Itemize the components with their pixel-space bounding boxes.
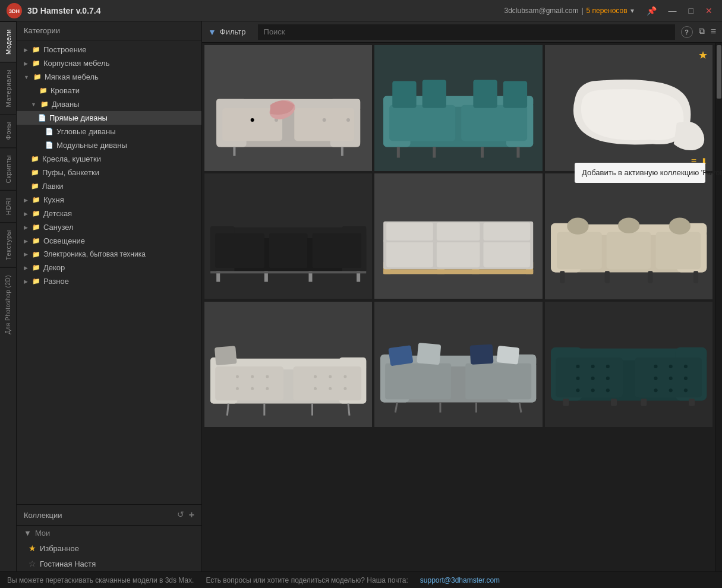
user-email: 3dclubsam@gmail.com [504,7,578,15]
cat-item-corner-sofas[interactable]: 📄 Угловые диваны [17,125,201,138]
folder-icon-electronics: 📁 [32,251,40,258]
arrow-lighting: ▶ [24,238,28,244]
model-card-1[interactable] [204,45,372,171]
tab-materials[interactable]: Материалы [0,62,16,114]
model-card-2[interactable] [374,45,542,171]
menu-icon[interactable]: ≡ [711,26,716,38]
refresh-collections-button[interactable]: ↺ [177,510,184,520]
folder-icon-corner: 📄 [45,128,53,135]
tab-scripts[interactable]: Скрипты [0,147,16,190]
model-card-9[interactable] [545,302,712,428]
svg-rect-23 [393,81,417,108]
svg-rect-71 [693,271,698,283]
svg-rect-57 [437,222,480,240]
svg-rect-52 [387,241,434,267]
model-card-5[interactable] [374,173,542,299]
cat-item-lighting[interactable]: ▶ 📁 Освещение [17,234,201,248]
cat-item-modular-sofas[interactable]: 📄 Модульные диваны [17,138,201,152]
filter-dropdown-icon[interactable]: ▼ [208,27,216,37]
folder-icon-lighting: 📁 [32,237,40,245]
cat-item-soft[interactable]: ▼ 📁 Мягкая мебель [17,70,201,84]
cat-label-benches: Лавки [42,182,64,191]
model-card-6[interactable] [545,173,712,299]
content-area: ▼ Фильтр ? ⧉ ≡ [202,21,722,571]
cat-item-construction[interactable]: ▶ 📁 Построение [17,43,201,56]
svg-rect-21 [390,105,456,141]
search-input[interactable] [258,24,675,40]
status-email-link[interactable]: support@3dhamster.com [420,576,500,584]
collection-favorites[interactable]: ★ Избранное [17,540,201,556]
cat-item-bathroom[interactable]: ▶ 📁 Санузел [17,220,201,234]
copy-icon[interactable]: ⧉ [699,26,705,38]
cat-item-sofas[interactable]: ▼ 📁 Диваны [17,97,201,111]
svg-rect-26 [503,81,527,108]
tab-backgrounds[interactable]: Фоны [0,114,16,147]
help-icon[interactable]: ? [681,26,693,38]
cat-label-bathroom: Санузел [43,223,74,232]
cat-item-beds[interactable]: ▶ 📁 Кровати [17,84,201,97]
svg-rect-104 [466,363,532,399]
arrow-cabinet: ▶ [24,61,28,67]
cat-item-electronics[interactable]: ▶ 📁 Электроника, бытовая техника [17,248,201,261]
window-controls: 📌 — □ ✕ [643,5,716,17]
cat-item-cabinet[interactable]: ▶ 📁 Корпусная мебель [17,56,201,70]
cat-item-kids[interactable]: ▶ 📁 Детская [17,207,201,220]
svg-point-122 [606,364,610,368]
cat-item-straight-sofas[interactable]: 📄 Прямые диваны [17,111,201,125]
cat-item-poufs[interactable]: 📁 Пуфы, банкетки [17,166,201,179]
svg-rect-22 [462,105,528,141]
tab-models[interactable]: Модели [0,21,16,62]
tab-textures[interactable]: Текстуры [0,222,16,267]
tab-models-label: Модели [5,29,12,55]
cat-label-electronics: Электроника, бытовая техника [43,250,146,258]
list-icon[interactable]: ≡ [691,156,696,167]
svg-point-126 [576,388,579,392]
star-badge-3[interactable]: ★ [698,49,708,62]
cat-item-decor[interactable]: ▶ 📁 Декор [17,261,201,274]
collection-living-room[interactable]: ☆ Гостиная Настя [17,556,201,571]
maximize-button[interactable]: □ [685,5,697,17]
model-card-4[interactable] [204,173,372,299]
tab-hdri[interactable]: HDRI [0,190,16,222]
model-card-7[interactable] [204,302,372,428]
close-button[interactable]: ✕ [702,5,716,17]
cat-item-armchairs[interactable]: 📁 Кресла, кушетки [17,152,201,166]
cat-item-misc[interactable]: ▶ 📁 Разное [17,274,201,288]
folder-icon-kitchen: 📁 [32,196,40,204]
dropdown-arrow[interactable]: ▾ [630,7,634,15]
tab-photoshop[interactable]: Для Photoshop (2D) [0,267,16,342]
svg-rect-106 [417,342,442,364]
cat-label-misc: Разное [43,277,69,286]
svg-point-87 [314,375,317,378]
svg-rect-107 [470,344,494,364]
pin-button[interactable]: 📌 [643,5,660,17]
folder-icon: 📁 [32,46,40,53]
svg-rect-80 [293,366,361,400]
content-scrollbar[interactable] [715,43,722,571]
model-card-8[interactable] [374,302,542,428]
folder-icon-decor: 📁 [32,264,40,271]
cat-item-benches[interactable]: 📁 Лавки [17,179,201,193]
svg-rect-37 [215,233,264,268]
svg-rect-139 [689,399,695,406]
download-icon[interactable]: ⬇ [700,156,708,167]
folder-icon-cabinet: 📁 [32,59,40,67]
svg-rect-79 [215,366,283,400]
tab-backgrounds-label: Фоны [5,122,12,140]
cat-label-lighting: Освещение [43,236,85,245]
add-collection-button[interactable]: + [189,510,194,520]
svg-rect-54 [484,241,531,267]
minimize-button[interactable]: — [665,5,680,17]
content-toolbar: ▼ Фильтр ? ⧉ ≡ [202,21,722,43]
tab-hdri-label: HDRI [5,198,12,215]
model-grid: ★ ≡ ⬇ [202,43,715,571]
cat-item-kitchen[interactable]: ▶ 📁 Кухня [17,193,201,207]
svg-point-132 [654,377,657,380]
cat-label-kids: Детская [43,209,72,218]
svg-point-82 [251,375,254,378]
model-card-3[interactable]: ★ ≡ ⬇ [545,45,712,171]
arrow-kids: ▶ [24,211,28,217]
arrow-soft: ▼ [24,74,29,80]
tab-materials-label: Материалы [5,69,12,107]
collections-my-section: ▼ Мои [17,526,201,540]
